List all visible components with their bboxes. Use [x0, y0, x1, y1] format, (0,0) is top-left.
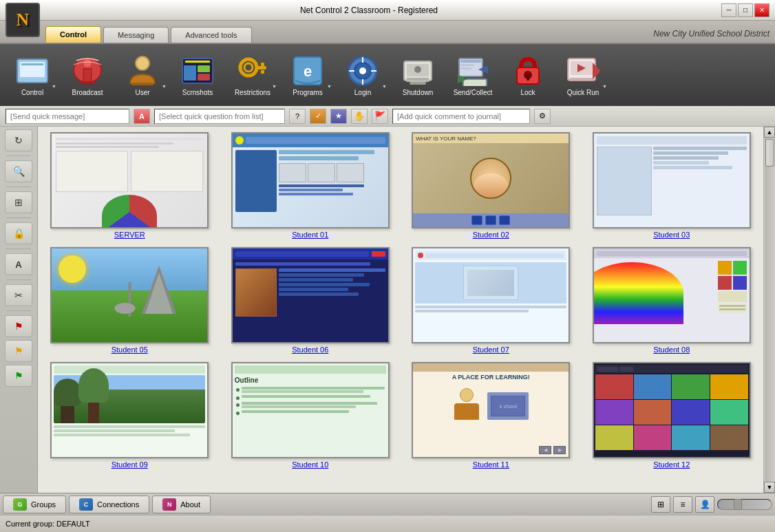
- maximize-button[interactable]: □: [738, 3, 753, 17]
- thumbnail-student01[interactable]: Student 01: [224, 132, 397, 239]
- thumbnail-student02[interactable]: WHAT IS YOUR NAME?: [405, 132, 577, 239]
- thumbnail-student12[interactable]: Student 12: [586, 362, 758, 469]
- sidebar-lock-btn[interactable]: 🔒: [5, 222, 32, 244]
- question-button-1[interactable]: ?: [289, 109, 306, 124]
- student09-screen: [52, 363, 207, 457]
- thumbnail-server[interactable]: SERVER: [43, 132, 216, 239]
- bottom-tab-connections[interactable]: C Connections: [69, 496, 149, 513]
- toolbar-programs[interactable]: e Programs ▼: [281, 47, 335, 103]
- list-view-button[interactable]: ≡: [673, 496, 692, 513]
- thumbnail-frame-student05: [50, 247, 209, 343]
- sidebar-flag1-btn[interactable]: ⚑: [5, 315, 32, 337]
- zoom-slider[interactable]: [717, 499, 772, 510]
- toolbar-user[interactable]: User ▼: [116, 47, 169, 103]
- question-button-2[interactable]: ✓: [310, 109, 326, 124]
- svg-rect-36: [460, 60, 481, 63]
- flag-button[interactable]: 🚩: [372, 109, 388, 124]
- content-area: SERVER: [38, 127, 763, 493]
- thumbnail-frame-student08: [593, 247, 751, 343]
- student10-screen: Outline: [233, 363, 388, 457]
- svg-rect-38: [460, 67, 471, 70]
- shutdown-label: Shutdown: [403, 89, 433, 96]
- detail-view-button[interactable]: 👤: [695, 496, 714, 513]
- sidebar-tools-btn[interactable]: ✂: [5, 284, 32, 306]
- quick-journal-input[interactable]: [392, 109, 530, 124]
- thumbnail-student06[interactable]: Student 06: [224, 247, 397, 354]
- thumbnail-student07[interactable]: Student 07: [405, 247, 577, 354]
- send-collect-icon: [456, 54, 489, 87]
- svg-point-6: [83, 59, 92, 67]
- toolbar-screenshots[interactable]: Scrnshots: [171, 47, 224, 103]
- sidebar-divider-4: [6, 248, 31, 249]
- toolbar-control[interactable]: Control ▼: [6, 47, 59, 103]
- thumbnail-frame-student12: [593, 362, 751, 458]
- close-button[interactable]: ✕: [754, 3, 769, 17]
- journal-button[interactable]: ⚙: [534, 109, 551, 124]
- status-bar: Current group: DEFAULT: [0, 515, 775, 532]
- user-dropdown-arrow: ▼: [162, 84, 167, 89]
- bottom-tab-about[interactable]: N About: [152, 496, 211, 513]
- toolbar-shutdown[interactable]: Shutdown: [391, 47, 445, 103]
- tab-advanced-tools[interactable]: Advanced tools: [171, 27, 251, 43]
- send-collect-label: Send/Collect: [454, 89, 493, 96]
- svg-rect-13: [198, 65, 210, 72]
- scroll-track[interactable]: [765, 138, 775, 482]
- sidebar-flag2-btn[interactable]: ⚑: [5, 340, 32, 362]
- scroll-up-arrow[interactable]: ▲: [764, 127, 775, 138]
- scrollbar[interactable]: ▲ ▼: [763, 127, 775, 493]
- tab-messaging[interactable]: Messaging: [103, 27, 169, 43]
- sidebar-font-btn[interactable]: A: [5, 253, 32, 275]
- minimize-button[interactable]: ─: [721, 3, 736, 17]
- student07-screen: [413, 248, 569, 342]
- scroll-down-arrow[interactable]: ▼: [764, 482, 775, 493]
- quick-question-input[interactable]: [154, 109, 285, 124]
- tab-control[interactable]: Control: [45, 26, 101, 43]
- grid-view-button[interactable]: ⊞: [651, 496, 670, 513]
- student02-screen: WHAT IS YOUR NAME?: [413, 134, 569, 227]
- thumbnail-label-student08: Student 08: [653, 345, 690, 354]
- connections-icon: C: [79, 498, 93, 511]
- toolbar-quick-run[interactable]: Quick Run ▼: [556, 47, 610, 103]
- groups-icon: G: [13, 498, 27, 511]
- quick-message-input[interactable]: [6, 109, 129, 124]
- sidebar-search-btn[interactable]: 🔍: [5, 160, 32, 182]
- thumbnail-student08[interactable]: Student 08: [586, 247, 758, 354]
- user-label: User: [135, 89, 149, 96]
- bottom-tab-groups[interactable]: G Groups: [3, 496, 66, 513]
- toolbar-send-collect[interactable]: Send/Collect: [446, 47, 500, 103]
- thumbnail-student10[interactable]: Outline: [224, 362, 397, 469]
- toolbar-broadcast[interactable]: Broadcast: [61, 47, 114, 103]
- question-button-3[interactable]: ★: [330, 109, 347, 124]
- zoom-thumb[interactable]: [734, 499, 742, 510]
- restrictions-label: Restrictions: [235, 89, 270, 96]
- thumbnail-student03[interactable]: Student 03: [586, 132, 758, 239]
- toolbar-lock[interactable]: Lock: [501, 47, 555, 103]
- svg-rect-8: [131, 83, 153, 85]
- student06-screen: [233, 248, 388, 342]
- sidebar-grid-btn[interactable]: ⊞: [5, 191, 32, 213]
- svg-rect-12: [184, 65, 196, 81]
- toolbar-restrictions[interactable]: Restrictions ▼: [226, 47, 279, 103]
- thumbnail-student09[interactable]: Student 09: [43, 362, 216, 469]
- scroll-thumb[interactable]: [765, 139, 774, 167]
- raise-hand-button[interactable]: ✋: [351, 109, 368, 124]
- svg-rect-5: [79, 81, 96, 84]
- svg-point-15: [240, 59, 257, 76]
- broadcast-label: Broadcast: [72, 89, 103, 96]
- svg-rect-19: [261, 70, 264, 74]
- thumbnail-student11[interactable]: A PLACE FOR LEARNING! s chool: [405, 362, 577, 469]
- shutdown-icon: [401, 54, 434, 87]
- svg-rect-2: [21, 63, 43, 65]
- thumbnail-label-student11: Student 11: [473, 460, 509, 469]
- thumbnail-student05[interactable]: Student 05: [43, 247, 216, 354]
- sidebar-refresh-btn[interactable]: ↻: [5, 129, 32, 151]
- window-title: Net Control 2 Classroom - Registered: [17, 6, 721, 15]
- send-message-button[interactable]: A: [134, 109, 150, 124]
- thumbnail-frame-student09: [50, 362, 209, 458]
- bottom-bar: G Groups C Connections N About ⊞ ≡ 👤: [0, 493, 775, 515]
- screenshots-icon: [181, 54, 214, 87]
- svg-point-24: [359, 67, 366, 74]
- toolbar-login[interactable]: Login ▼: [336, 47, 390, 103]
- sidebar-flag3-btn[interactable]: ⚑: [5, 365, 32, 387]
- restrictions-icon: [236, 54, 269, 87]
